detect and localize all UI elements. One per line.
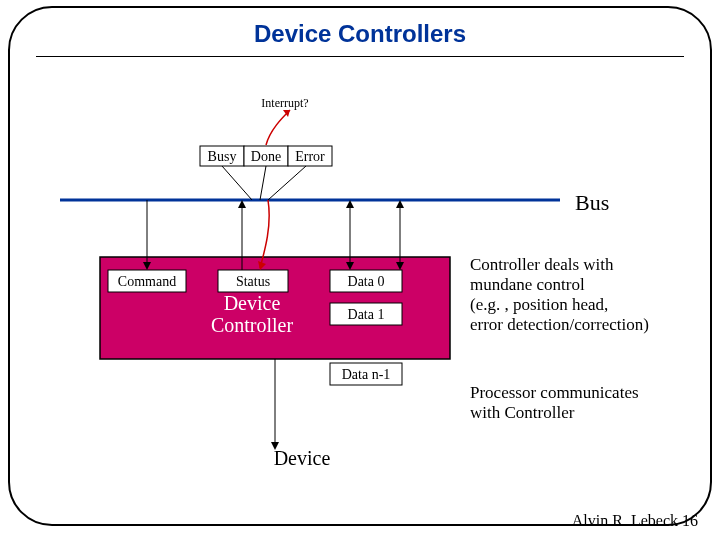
device-label: Device <box>274 447 331 469</box>
data1-label: Data 1 <box>348 307 385 322</box>
note-line5: Processor communicates <box>470 383 639 402</box>
note-line2: mundane control <box>470 275 585 294</box>
done-label: Done <box>251 149 281 164</box>
command-label: Command <box>118 274 176 289</box>
error-to-bus-line <box>268 166 306 200</box>
data0-label: Data 0 <box>348 274 385 289</box>
controller-name-line2: Controller <box>211 314 294 336</box>
note-line1: Controller deals with <box>470 255 614 274</box>
note-line4: error detection/correction) <box>470 315 649 334</box>
busy-to-bus-line <box>222 166 252 200</box>
datan-label: Data n-1 <box>342 367 391 382</box>
interrupt-label: Interrupt? <box>261 96 308 110</box>
error-label: Error <box>295 149 325 164</box>
done-to-bus-line <box>260 166 266 200</box>
interrupt-arrow <box>266 110 290 145</box>
controller-name-line1: Device <box>224 292 281 314</box>
busy-label: Busy <box>208 149 237 164</box>
status-label: Status <box>236 274 270 289</box>
diagram-svg: Interrupt? Busy Done Error Bus Command S… <box>0 0 720 540</box>
note-line3: (e.g. , position head, <box>470 295 608 314</box>
note-line6: with Controller <box>470 403 575 422</box>
bus-label: Bus <box>575 190 609 215</box>
